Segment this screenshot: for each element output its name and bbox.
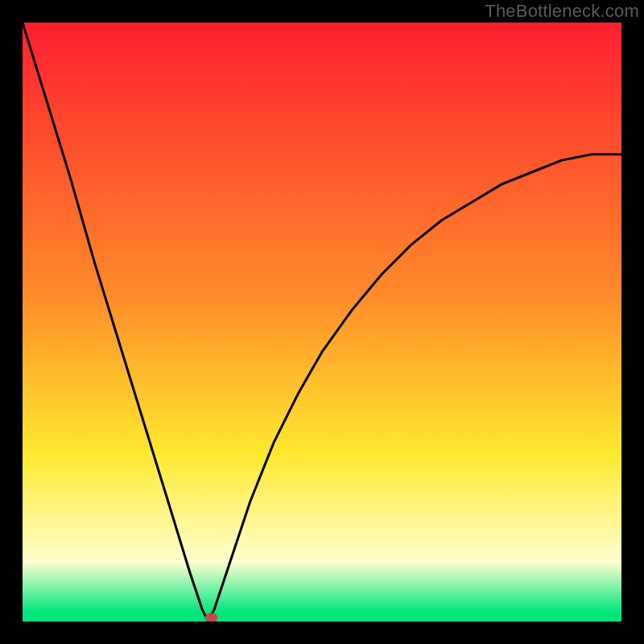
plot-area: [23, 23, 621, 621]
minimum-marker: [204, 613, 217, 622]
chart-frame: TheBottleneck.com: [0, 0, 644, 644]
watermark-text: TheBottleneck.com: [485, 1, 639, 22]
bottleneck-curve: [23, 23, 621, 621]
curve-layer: [23, 23, 621, 621]
